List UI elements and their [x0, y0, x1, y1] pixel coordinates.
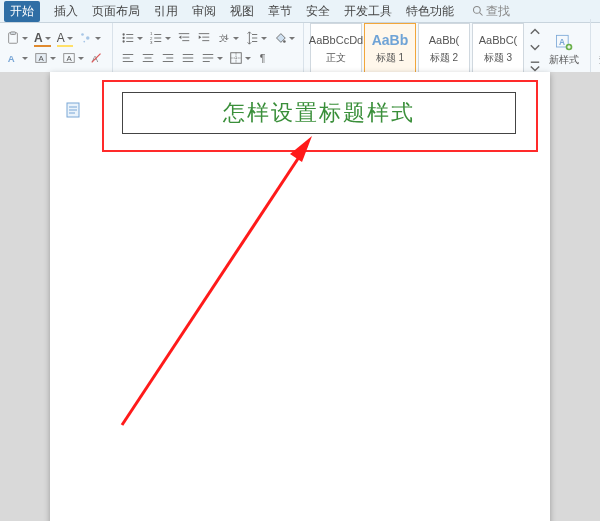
style-name: 标题 2 — [430, 51, 458, 65]
align-left-button[interactable] — [121, 50, 135, 66]
menu-tab-security[interactable]: 安全 — [306, 3, 330, 20]
chevron-down-icon — [528, 41, 542, 55]
menu-tab-special[interactable]: 特色功能 — [406, 3, 454, 20]
char-border-icon: A — [62, 51, 76, 65]
svg-text:¶: ¶ — [260, 52, 266, 64]
show-marks-button[interactable]: ¶ — [257, 50, 271, 66]
decrease-indent-button[interactable] — [177, 30, 191, 46]
style-item-heading3[interactable]: AaBbC( 标题 3 — [472, 23, 524, 73]
align-justify-icon — [181, 51, 195, 65]
increase-indent-button[interactable] — [197, 30, 211, 46]
highlight-button[interactable]: A — [57, 30, 73, 46]
menu-tab-layout[interactable]: 页面布局 — [92, 3, 140, 20]
menu-tab-review[interactable]: 审阅 — [192, 3, 216, 20]
char-border-button[interactable]: A — [62, 50, 84, 66]
style-preview: AaBbCcDd — [309, 31, 363, 49]
svg-rect-3 — [10, 32, 15, 35]
svg-marker-29 — [179, 35, 182, 39]
font-effects-button[interactable] — [79, 30, 101, 46]
style-scroll-down[interactable] — [528, 40, 542, 56]
document-workspace: 怎样设置标题样式 — [0, 72, 600, 521]
borders-icon — [229, 51, 243, 65]
distribute-icon — [201, 51, 215, 65]
clear-format-button[interactable]: A — [90, 50, 104, 66]
align-center-icon — [141, 51, 155, 65]
borders-button[interactable] — [229, 50, 251, 66]
document-title-box[interactable]: 怎样设置标题样式 — [122, 92, 516, 134]
document-title-text: 怎样设置标题样式 — [223, 98, 415, 128]
svg-point-4 — [81, 33, 84, 36]
page-margin-icon — [66, 102, 80, 118]
menu-tab-start[interactable]: 开始 — [4, 1, 40, 22]
text-effect-icon: A — [6, 51, 20, 65]
expand-icon — [528, 58, 542, 72]
new-style-button[interactable]: A 新样式 — [544, 23, 584, 73]
search-icon — [472, 5, 484, 17]
text-dir-icon: 文 — [217, 31, 231, 45]
text-direction-button[interactable]: 文 — [217, 30, 239, 46]
search-label: 查找 — [486, 3, 510, 20]
style-preview: AaBb — [372, 31, 409, 49]
page[interactable]: 怎样设置标题样式 — [50, 72, 550, 521]
style-preview: AaBb( — [429, 31, 460, 49]
style-item-normal[interactable]: AaBbCcDd 正文 — [310, 23, 362, 73]
style-expand[interactable] — [528, 57, 542, 73]
style-name: 标题 3 — [484, 51, 512, 65]
line-spacing-button[interactable] — [245, 30, 267, 46]
ribbon: A A A A A A 123 文 — [0, 23, 600, 74]
char-shading-button[interactable]: A — [34, 50, 56, 66]
svg-marker-33 — [199, 35, 202, 39]
svg-point-6 — [83, 41, 85, 43]
search-button[interactable]: 查找 — [472, 3, 510, 20]
chevron-up-icon — [528, 24, 542, 38]
annotation-arrow — [112, 130, 322, 430]
new-style-icon: A — [554, 32, 574, 52]
font-group: A A A A A A — [0, 23, 113, 73]
style-scroll-up[interactable] — [528, 23, 542, 39]
numbering-button[interactable]: 123 — [149, 30, 171, 46]
pilcrow-icon: ¶ — [257, 51, 271, 65]
clipboard-icon — [6, 31, 20, 45]
line-spacing-icon — [245, 31, 259, 45]
style-name: 正文 — [326, 51, 346, 65]
align-right-icon — [161, 51, 175, 65]
outdent-icon — [177, 31, 191, 45]
svg-text:3: 3 — [150, 40, 153, 45]
tools-group: 查找替换 文档助手 文字工具 — [591, 23, 600, 73]
svg-text:A: A — [66, 54, 72, 63]
shading-icon: A — [34, 51, 48, 65]
style-name: 标题 1 — [376, 51, 404, 65]
align-center-button[interactable] — [141, 50, 155, 66]
paste-button[interactable] — [6, 30, 28, 46]
indent-icon — [197, 31, 211, 45]
bullets-icon — [121, 31, 135, 45]
numbering-icon: 123 — [149, 31, 163, 45]
new-style-label: 新样式 — [549, 54, 579, 65]
bullets-button[interactable] — [121, 30, 143, 46]
menu-tab-devtools[interactable]: 开发工具 — [344, 3, 392, 20]
style-item-heading2[interactable]: AaBb( 标题 2 — [418, 23, 470, 73]
eraser-icon: A — [90, 51, 104, 65]
align-left-icon — [121, 51, 135, 65]
svg-point-18 — [122, 40, 124, 42]
svg-text:A: A — [8, 53, 15, 64]
style-gallery: AaBbCcDd 正文 AaBb 标题 1 AaBb( 标题 2 AaBbC( … — [304, 19, 591, 77]
menu-tab-references[interactable]: 引用 — [154, 3, 178, 20]
svg-line-1 — [480, 13, 483, 16]
menu-tab-view[interactable]: 视图 — [230, 3, 254, 20]
align-right-button[interactable] — [161, 50, 175, 66]
svg-point-0 — [474, 7, 481, 14]
text-effect-button[interactable]: A — [6, 50, 28, 66]
menu-tab-insert[interactable]: 插入 — [54, 3, 78, 20]
style-preview: AaBbC( — [479, 31, 518, 49]
svg-line-74 — [122, 145, 307, 425]
svg-point-5 — [86, 36, 90, 40]
style-item-heading1[interactable]: AaBb 标题 1 — [364, 23, 416, 73]
align-justify-button[interactable] — [181, 50, 195, 66]
paragraph-shading-button[interactable] — [273, 30, 295, 46]
distribute-button[interactable] — [201, 50, 223, 66]
font-color-button[interactable]: A — [34, 30, 51, 46]
menu-tab-chapter[interactable]: 章节 — [268, 3, 292, 20]
bucket-icon — [273, 31, 287, 45]
svg-point-38 — [283, 40, 286, 43]
